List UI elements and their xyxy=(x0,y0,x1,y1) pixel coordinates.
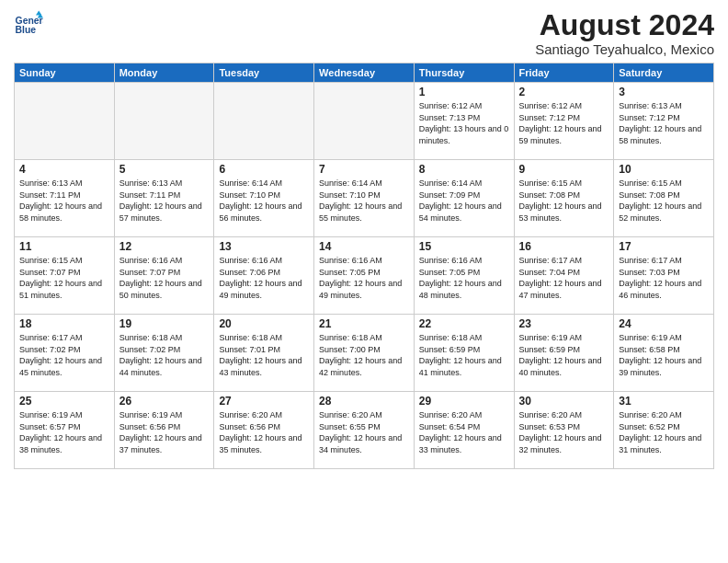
table-row: 23Sunrise: 6:19 AMSunset: 6:59 PMDayligh… xyxy=(514,315,614,392)
day-number: 13 xyxy=(219,240,309,253)
day-number: 16 xyxy=(519,240,609,253)
calendar-week-row: 4Sunrise: 6:13 AMSunset: 7:11 PMDaylight… xyxy=(15,160,714,237)
day-number: 9 xyxy=(519,163,609,176)
col-monday: Monday xyxy=(114,63,214,83)
table-row: 18Sunrise: 6:17 AMSunset: 7:02 PMDayligh… xyxy=(15,315,115,392)
page: General Blue August 2024 Santiago Teyahu… xyxy=(0,0,728,478)
day-info: Sunrise: 6:19 AMSunset: 6:57 PMDaylight:… xyxy=(19,409,109,455)
day-info: Sunrise: 6:13 AMSunset: 7:11 PMDaylight:… xyxy=(119,178,210,224)
day-info: Sunrise: 6:16 AMSunset: 7:05 PMDaylight:… xyxy=(419,255,509,301)
col-sunday: Sunday xyxy=(15,63,115,83)
day-number: 11 xyxy=(19,240,109,253)
table-row: 30Sunrise: 6:20 AMSunset: 6:53 PMDayligh… xyxy=(514,392,614,469)
day-number: 14 xyxy=(319,240,409,253)
logo: General Blue xyxy=(14,9,43,39)
table-row xyxy=(214,83,314,160)
day-info: Sunrise: 6:15 AMSunset: 7:07 PMDaylight:… xyxy=(19,255,109,301)
calendar: Sunday Monday Tuesday Wednesday Thursday… xyxy=(14,63,714,469)
day-info: Sunrise: 6:19 AMSunset: 6:59 PMDaylight:… xyxy=(519,332,609,378)
table-row: 27Sunrise: 6:20 AMSunset: 6:56 PMDayligh… xyxy=(214,392,314,469)
table-row: 11Sunrise: 6:15 AMSunset: 7:07 PMDayligh… xyxy=(15,237,115,315)
header: General Blue August 2024 Santiago Teyahu… xyxy=(14,9,714,57)
day-number: 7 xyxy=(319,163,409,176)
calendar-week-row: 11Sunrise: 6:15 AMSunset: 7:07 PMDayligh… xyxy=(15,237,714,315)
day-info: Sunrise: 6:20 AMSunset: 6:56 PMDaylight:… xyxy=(219,409,309,455)
col-friday: Friday xyxy=(514,63,614,83)
location: Santiago Teyahualco, Mexico xyxy=(535,41,714,57)
day-info: Sunrise: 6:13 AMSunset: 7:11 PMDaylight:… xyxy=(19,178,109,224)
day-info: Sunrise: 6:14 AMSunset: 7:10 PMDaylight:… xyxy=(219,178,309,224)
day-number: 1 xyxy=(419,86,509,98)
table-row: 13Sunrise: 6:16 AMSunset: 7:06 PMDayligh… xyxy=(214,237,314,315)
day-info: Sunrise: 6:15 AMSunset: 7:08 PMDaylight:… xyxy=(519,178,609,224)
calendar-week-row: 25Sunrise: 6:19 AMSunset: 6:57 PMDayligh… xyxy=(15,392,714,469)
day-number: 20 xyxy=(219,317,309,330)
day-number: 28 xyxy=(319,395,409,408)
day-number: 2 xyxy=(519,86,609,98)
title-area: August 2024 Santiago Teyahualco, Mexico xyxy=(535,9,714,57)
table-row: 21Sunrise: 6:18 AMSunset: 7:00 PMDayligh… xyxy=(314,315,415,392)
day-info: Sunrise: 6:17 AMSunset: 7:03 PMDaylight:… xyxy=(619,255,709,301)
table-row: 31Sunrise: 6:20 AMSunset: 6:52 PMDayligh… xyxy=(614,392,714,469)
day-info: Sunrise: 6:12 AMSunset: 7:13 PMDaylight:… xyxy=(419,100,509,146)
day-info: Sunrise: 6:19 AMSunset: 6:58 PMDaylight:… xyxy=(619,332,709,378)
day-number: 12 xyxy=(119,240,210,253)
day-info: Sunrise: 6:19 AMSunset: 6:56 PMDaylight:… xyxy=(119,409,210,455)
table-row: 9Sunrise: 6:15 AMSunset: 7:08 PMDaylight… xyxy=(514,160,614,237)
day-number: 4 xyxy=(19,163,109,176)
svg-text:Blue: Blue xyxy=(16,25,37,35)
col-tuesday: Tuesday xyxy=(214,63,314,83)
day-info: Sunrise: 6:14 AMSunset: 7:09 PMDaylight:… xyxy=(419,178,509,224)
day-number: 23 xyxy=(519,317,609,330)
table-row: 15Sunrise: 6:16 AMSunset: 7:05 PMDayligh… xyxy=(414,237,514,315)
day-info: Sunrise: 6:16 AMSunset: 7:06 PMDaylight:… xyxy=(219,255,309,301)
day-info: Sunrise: 6:14 AMSunset: 7:10 PMDaylight:… xyxy=(319,178,409,224)
day-info: Sunrise: 6:15 AMSunset: 7:08 PMDaylight:… xyxy=(619,178,709,224)
day-info: Sunrise: 6:18 AMSunset: 7:00 PMDaylight:… xyxy=(319,332,409,378)
day-info: Sunrise: 6:20 AMSunset: 6:52 PMDaylight:… xyxy=(619,409,709,455)
table-row xyxy=(314,83,415,160)
day-number: 3 xyxy=(619,86,709,98)
day-info: Sunrise: 6:17 AMSunset: 7:02 PMDaylight:… xyxy=(19,332,109,378)
table-row: 6Sunrise: 6:14 AMSunset: 7:10 PMDaylight… xyxy=(214,160,314,237)
day-number: 31 xyxy=(619,395,709,408)
day-info: Sunrise: 6:18 AMSunset: 6:59 PMDaylight:… xyxy=(419,332,509,378)
table-row: 16Sunrise: 6:17 AMSunset: 7:04 PMDayligh… xyxy=(514,237,614,315)
table-row: 22Sunrise: 6:18 AMSunset: 6:59 PMDayligh… xyxy=(414,315,514,392)
day-number: 10 xyxy=(619,163,709,176)
col-wednesday: Wednesday xyxy=(314,63,415,83)
table-row: 4Sunrise: 6:13 AMSunset: 7:11 PMDaylight… xyxy=(15,160,115,237)
table-row: 19Sunrise: 6:18 AMSunset: 7:02 PMDayligh… xyxy=(114,315,214,392)
day-info: Sunrise: 6:17 AMSunset: 7:04 PMDaylight:… xyxy=(519,255,609,301)
day-number: 30 xyxy=(519,395,609,408)
table-row: 25Sunrise: 6:19 AMSunset: 6:57 PMDayligh… xyxy=(15,392,115,469)
table-row: 20Sunrise: 6:18 AMSunset: 7:01 PMDayligh… xyxy=(214,315,314,392)
day-number: 19 xyxy=(119,317,210,330)
day-info: Sunrise: 6:12 AMSunset: 7:12 PMDaylight:… xyxy=(519,100,609,146)
table-row: 12Sunrise: 6:16 AMSunset: 7:07 PMDayligh… xyxy=(114,237,214,315)
col-thursday: Thursday xyxy=(414,63,514,83)
table-row: 14Sunrise: 6:16 AMSunset: 7:05 PMDayligh… xyxy=(314,237,415,315)
table-row: 7Sunrise: 6:14 AMSunset: 7:10 PMDaylight… xyxy=(314,160,415,237)
day-number: 22 xyxy=(419,317,509,330)
logo-icon: General Blue xyxy=(14,9,43,39)
day-info: Sunrise: 6:18 AMSunset: 7:01 PMDaylight:… xyxy=(219,332,309,378)
table-row: 17Sunrise: 6:17 AMSunset: 7:03 PMDayligh… xyxy=(614,237,714,315)
table-row: 5Sunrise: 6:13 AMSunset: 7:11 PMDaylight… xyxy=(114,160,214,237)
day-info: Sunrise: 6:16 AMSunset: 7:05 PMDaylight:… xyxy=(319,255,409,301)
day-number: 15 xyxy=(419,240,509,253)
day-number: 17 xyxy=(619,240,709,253)
table-row: 2Sunrise: 6:12 AMSunset: 7:12 PMDaylight… xyxy=(514,83,614,160)
day-number: 5 xyxy=(119,163,210,176)
table-row: 26Sunrise: 6:19 AMSunset: 6:56 PMDayligh… xyxy=(114,392,214,469)
calendar-week-row: 1Sunrise: 6:12 AMSunset: 7:13 PMDaylight… xyxy=(15,83,714,160)
day-number: 27 xyxy=(219,395,309,408)
svg-marker-2 xyxy=(36,11,41,16)
day-number: 18 xyxy=(19,317,109,330)
table-row xyxy=(114,83,214,160)
day-info: Sunrise: 6:20 AMSunset: 6:53 PMDaylight:… xyxy=(519,409,609,455)
col-saturday: Saturday xyxy=(614,63,714,83)
day-info: Sunrise: 6:20 AMSunset: 6:54 PMDaylight:… xyxy=(419,409,509,455)
table-row: 10Sunrise: 6:15 AMSunset: 7:08 PMDayligh… xyxy=(614,160,714,237)
day-info: Sunrise: 6:20 AMSunset: 6:55 PMDaylight:… xyxy=(319,409,409,455)
